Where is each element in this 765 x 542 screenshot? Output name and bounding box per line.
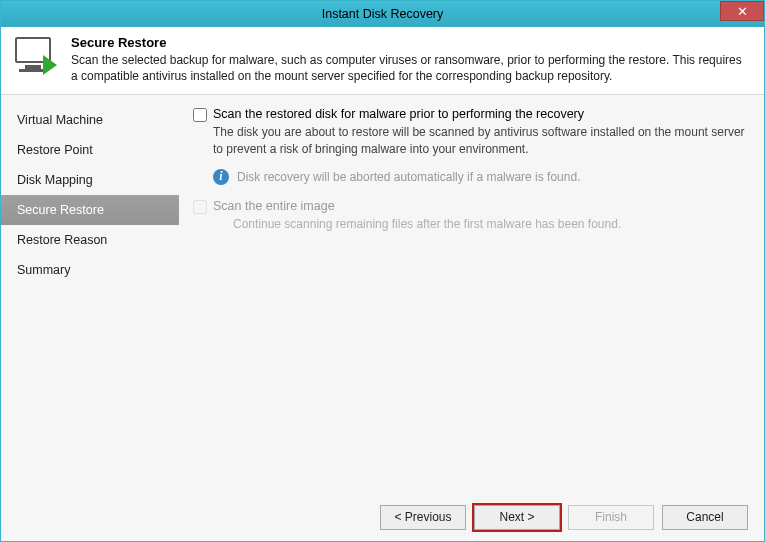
sidebar-step-summary[interactable]: Summary bbox=[1, 255, 179, 285]
wizard-header: Secure Restore Scan the selected backup … bbox=[1, 27, 764, 95]
info-text: Disk recovery will be aborted automatica… bbox=[237, 170, 580, 184]
window-title: Instant Disk Recovery bbox=[1, 7, 764, 21]
scan-entire-row: Scan the entire image bbox=[193, 199, 748, 214]
finish-button: Finish bbox=[568, 505, 654, 530]
sidebar-step-virtual-machine[interactable]: Virtual Machine bbox=[1, 105, 179, 135]
sidebar-step-disk-mapping[interactable]: Disk Mapping bbox=[1, 165, 179, 195]
titlebar: Instant Disk Recovery ✕ bbox=[1, 1, 764, 27]
wizard-window: Instant Disk Recovery ✕ Secure Restore S… bbox=[0, 0, 765, 542]
scan-malware-description: The disk you are about to restore will b… bbox=[213, 124, 748, 156]
previous-button[interactable]: < Previous bbox=[380, 505, 466, 530]
info-icon: i bbox=[213, 169, 229, 185]
wizard-body: Virtual Machine Restore Point Disk Mappi… bbox=[1, 95, 764, 493]
step-sidebar: Virtual Machine Restore Point Disk Mappi… bbox=[1, 95, 179, 493]
next-button[interactable]: Next > bbox=[474, 505, 560, 530]
header-text: Secure Restore Scan the selected backup … bbox=[71, 35, 750, 84]
cancel-button[interactable]: Cancel bbox=[662, 505, 748, 530]
close-icon: ✕ bbox=[737, 4, 748, 19]
step-content: Scan the restored disk for malware prior… bbox=[179, 95, 764, 493]
scan-entire-description: Continue scanning remaining files after … bbox=[233, 216, 748, 232]
scan-entire-checkbox bbox=[193, 200, 207, 214]
header-description: Scan the selected backup for malware, su… bbox=[71, 52, 750, 84]
secure-restore-icon bbox=[15, 35, 61, 77]
info-row: i Disk recovery will be aborted automati… bbox=[213, 169, 748, 185]
close-button[interactable]: ✕ bbox=[720, 1, 764, 21]
header-title: Secure Restore bbox=[71, 35, 750, 50]
sidebar-step-restore-point[interactable]: Restore Point bbox=[1, 135, 179, 165]
sidebar-step-secure-restore[interactable]: Secure Restore bbox=[1, 195, 179, 225]
scan-malware-checkbox[interactable] bbox=[193, 108, 207, 122]
scan-malware-row: Scan the restored disk for malware prior… bbox=[193, 107, 748, 122]
wizard-footer: < Previous Next > Finish Cancel bbox=[1, 493, 764, 541]
scan-malware-label: Scan the restored disk for malware prior… bbox=[213, 107, 584, 121]
scan-entire-label: Scan the entire image bbox=[213, 199, 335, 213]
sidebar-step-restore-reason[interactable]: Restore Reason bbox=[1, 225, 179, 255]
